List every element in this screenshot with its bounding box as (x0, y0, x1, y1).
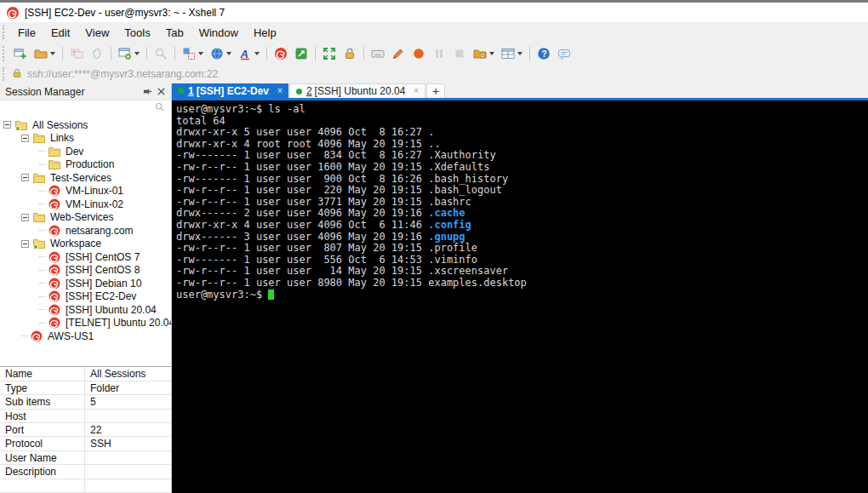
property-row-name[interactable]: NameAll Sessions (0, 367, 171, 381)
menu-file[interactable]: File (10, 24, 43, 42)
toolbar-separator (529, 47, 530, 60)
chevron-down-icon[interactable] (50, 52, 55, 55)
compose-pen-icon[interactable] (389, 45, 408, 62)
search-icon[interactable] (155, 102, 164, 114)
tree-collapse-icon[interactable] (21, 174, 29, 181)
record-icon[interactable] (409, 45, 428, 62)
terminal-text: -rw-r--r-- 1 user user 3771 May 20 19:15… (176, 196, 471, 208)
encoding-globe-icon[interactable] (208, 45, 234, 62)
terminal-line: drwxr-xr-x 4 user user 4096 Oct 6 11:46 … (176, 220, 868, 232)
property-row-protocol[interactable]: ProtocolSSH (0, 437, 171, 450)
help-icon[interactable]: ? (534, 45, 553, 62)
tab--ssh-ubuntu-20-04[interactable]: 2[SSH] Ubuntu 20.04× (289, 83, 425, 98)
menu-tools[interactable]: Tools (117, 24, 157, 42)
pin-icon[interactable] (140, 85, 154, 99)
tree-collapse-icon[interactable] (21, 240, 29, 248)
folder-badge-icon (14, 118, 28, 132)
terminal-line: -rw-r--r-- 1 user user 1600 May 20 19:15… (176, 162, 868, 174)
property-row[interactable] (0, 479, 171, 493)
tree-item-web-services[interactable]: Web-Services (0, 211, 171, 225)
menu-window[interactable]: Window (191, 24, 246, 42)
property-row-user-name[interactable]: User Name (0, 451, 171, 465)
open-folder-icon[interactable] (31, 45, 58, 62)
toolbar-separator (174, 47, 175, 60)
tab-close-icon[interactable]: × (414, 87, 419, 95)
terminal-line: -rw------- 1 user user 556 Oct 6 14:53 .… (176, 255, 868, 267)
tree-item-aws-us1[interactable]: AWS-US1 (0, 330, 171, 343)
property-row-type[interactable]: TypeFolder (0, 381, 171, 395)
property-row-port[interactable]: Port22 (0, 423, 171, 437)
session-icon (48, 250, 61, 264)
tree-item-label: [SSH] CentOS 8 (66, 264, 140, 276)
chevron-down-icon[interactable] (517, 52, 523, 55)
session-properties-table: NameAll SessionsTypeFolderSub items5Host… (0, 366, 171, 493)
tree-item-dev[interactable]: Dev (0, 145, 171, 158)
tree-item--ssh-centos-8[interactable]: [SSH] CentOS 8 (0, 264, 171, 278)
tree-item-vm-linux-01[interactable]: VM-Linux-01 (0, 185, 171, 198)
split-window-icon[interactable] (499, 45, 525, 62)
session-icon (48, 184, 61, 198)
tree-connector (39, 191, 46, 192)
tab-close-icon[interactable]: × (277, 87, 283, 95)
new-tab-button[interactable]: + (426, 83, 445, 98)
tree-item-test-services[interactable]: Test-Services (0, 171, 171, 185)
menu-tab[interactable]: Tab (158, 24, 191, 42)
menu-help[interactable]: Help (246, 24, 284, 42)
tree-item--ssh-debian-10[interactable]: [SSH] Debian 10 (0, 277, 171, 290)
xftp-icon[interactable] (292, 45, 311, 62)
chevron-down-icon[interactable] (489, 52, 494, 55)
property-row-sub-items[interactable]: Sub items5 (0, 395, 171, 409)
menubar-grip[interactable] (3, 26, 7, 40)
tree-item-production[interactable]: Production (0, 158, 171, 172)
toolbar-grip[interactable] (3, 46, 7, 61)
property-row-description[interactable]: Description (0, 465, 171, 479)
tree-item-vm-linux-02[interactable]: VM-Linux-02 (0, 198, 171, 211)
property-key: Type (0, 381, 85, 394)
tree-item--ssh-centos-7[interactable]: [SSH] CentOS 7 (0, 250, 171, 264)
tree-collapse-icon[interactable] (21, 214, 29, 221)
tree-collapse-icon[interactable] (21, 135, 29, 142)
terminal-text: -rw-r--r-- 1 user user 807 May 20 19:15 … (176, 242, 477, 254)
tab-number: 2 (306, 85, 312, 97)
virtual-keyboard-icon[interactable] (368, 45, 387, 62)
chevron-down-icon[interactable] (226, 52, 231, 55)
terminal-text: drwx------ 2 user user 4096 May 20 19:16 (176, 207, 428, 219)
menu-edit[interactable]: Edit (43, 24, 77, 42)
chevron-down-icon[interactable] (198, 52, 203, 55)
tree-item--telnet-ubuntu-20-04[interactable]: [TELNET] Ubuntu 20.04 (0, 317, 171, 330)
chevron-down-icon[interactable] (134, 52, 140, 55)
window-layout-icon[interactable] (180, 45, 206, 62)
session-search-row[interactable] (0, 100, 171, 116)
xshell-icon[interactable] (271, 45, 290, 62)
session-icon (48, 303, 61, 317)
chevron-down-icon[interactable] (254, 52, 260, 55)
address-lock-icon (10, 68, 27, 81)
tree-item--ssh-ubuntu-20-04[interactable]: [SSH] Ubuntu 20.04 (0, 303, 171, 317)
session-properties-icon[interactable] (116, 45, 142, 62)
fullscreen-icon[interactable] (320, 45, 339, 62)
tree-connector (39, 270, 46, 271)
font-icon[interactable]: A (236, 45, 262, 62)
terminal-text: drwxr-xr-x 5 user user 4096 Oct 8 16:27 … (176, 126, 434, 138)
address-url[interactable]: ssh://user:****@mysvr3.netsarang.com:22 (27, 68, 218, 80)
terminal-screen[interactable]: user@mysvr3:~$ ls -altotal 64drwxr-xr-x … (172, 100, 868, 493)
tree-item-label: Workspace (50, 238, 101, 249)
tree-item--ssh-ec2-dev[interactable]: [SSH] EC2-Dev (0, 290, 171, 304)
tree-item-links[interactable]: Links (0, 132, 171, 146)
addressbar-grip[interactable] (3, 67, 7, 80)
tree-item-netsarang-com[interactable]: netsarang.com (0, 224, 171, 238)
tab--ssh-ec2-dev[interactable]: 1[SSH] EC2-Dev× (172, 83, 288, 98)
feedback-icon[interactable] (555, 45, 574, 62)
terminal-line: -rw------- 1 user user 834 Oct 8 16:27 .… (176, 150, 868, 162)
lock-screen-icon[interactable] (340, 45, 359, 62)
tree-collapse-icon[interactable] (3, 121, 11, 129)
tree-item-label: AWS-US1 (48, 330, 94, 342)
toolbar-separator (363, 47, 364, 60)
property-row-host[interactable]: Host (0, 410, 171, 423)
close-panel-icon[interactable] (154, 85, 168, 99)
menu-view[interactable]: View (77, 24, 117, 42)
tree-item-workspace[interactable]: Workspace (0, 238, 171, 251)
tree-item-all-sessions[interactable]: All Sessions (0, 118, 171, 132)
transfer-folder-icon[interactable] (471, 45, 497, 62)
new-session-icon[interactable] (11, 45, 30, 62)
